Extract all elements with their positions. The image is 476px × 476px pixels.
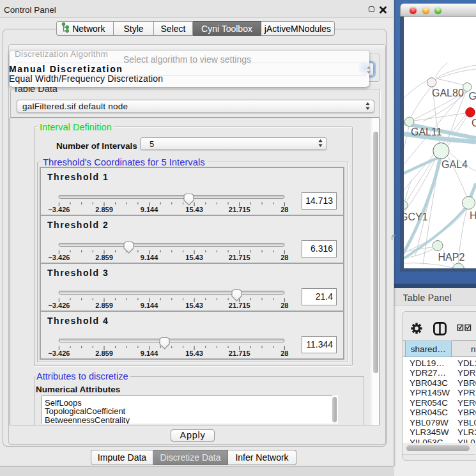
svg-text:21.715: 21.715	[229, 302, 250, 309]
svg-text:H: H	[470, 210, 476, 221]
svg-text:9.144: 9.144	[141, 349, 158, 357]
svg-text:28: 28	[280, 206, 288, 213]
svg-text:15.43: 15.43	[185, 349, 203, 357]
svg-text:2.859: 2.859	[95, 254, 113, 261]
svg-text:GA: GA	[469, 91, 476, 102]
svg-text:9.144: 9.144	[141, 206, 158, 213]
svg-text:28: 28	[280, 254, 288, 261]
svg-text:GCY1: GCY1	[404, 211, 428, 222]
svg-text:−3.426: −3.426	[48, 302, 70, 309]
svg-text:15.43: 15.43	[185, 254, 203, 261]
svg-text:15.43: 15.43	[185, 302, 203, 309]
svg-text:28: 28	[280, 302, 288, 309]
svg-text:GAL11: GAL11	[411, 127, 442, 137]
svg-text:HAP2: HAP2	[438, 252, 465, 263]
svg-text:−3.426: −3.426	[48, 349, 70, 357]
svg-text:9.144: 9.144	[141, 302, 158, 309]
svg-text:28: 28	[280, 349, 288, 357]
svg-text:GAL80: GAL80	[432, 88, 464, 98]
svg-text:2.859: 2.859	[95, 206, 113, 213]
svg-text:21.715: 21.715	[229, 254, 250, 261]
svg-text:GAL4: GAL4	[441, 159, 468, 170]
svg-text:21.715: 21.715	[229, 349, 250, 357]
svg-text:−3.426: −3.426	[48, 206, 70, 213]
svg-text:2.859: 2.859	[95, 349, 113, 357]
svg-text:2.859: 2.859	[95, 302, 113, 309]
svg-text:−3.426: −3.426	[48, 254, 70, 261]
svg-text:C: C	[472, 118, 476, 128]
svg-text:21.715: 21.715	[229, 206, 250, 213]
svg-text:15.43: 15.43	[185, 206, 203, 213]
svg-text:9.144: 9.144	[141, 254, 158, 261]
